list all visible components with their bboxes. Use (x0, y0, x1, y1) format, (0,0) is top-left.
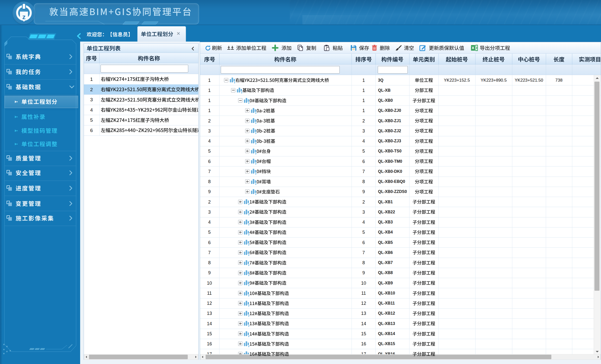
svg-text:z: z (22, 13, 26, 21)
